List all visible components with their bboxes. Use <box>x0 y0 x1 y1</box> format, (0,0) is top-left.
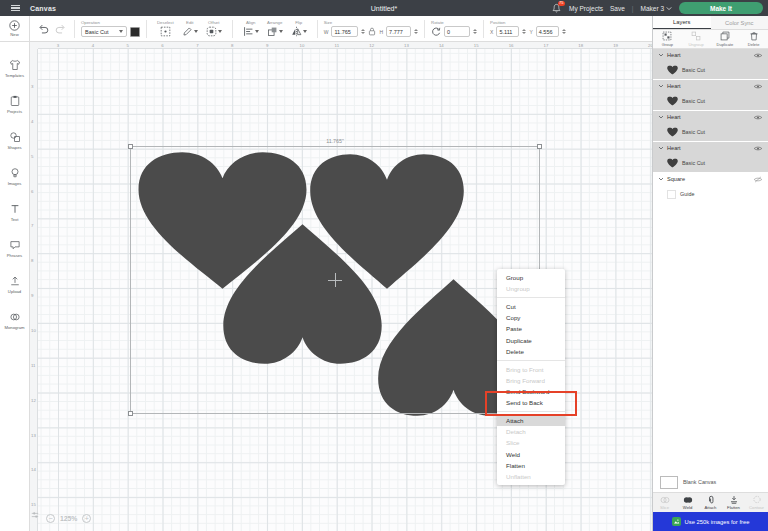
make-it-button[interactable]: Make It <box>679 2 763 14</box>
deselect-button[interactable]: Deselect <box>157 20 174 37</box>
tab-layers[interactable]: Layers <box>653 16 711 29</box>
canvas-workspace[interactable]: 34567891011121314151617181920 3456789101… <box>30 42 652 531</box>
layer-group-heart-3[interactable]: Heart Basic Cut <box>653 111 768 142</box>
flip-icon <box>291 26 302 37</box>
offset-button[interactable]: Offset <box>206 20 222 37</box>
notifications-bell-icon[interactable]: 75 <box>551 3 562 14</box>
save-link[interactable]: Save <box>610 5 625 12</box>
ruler-number: 18 <box>578 43 583 48</box>
chevron-down-icon[interactable] <box>658 177 664 181</box>
attach-icon <box>706 495 716 504</box>
visibility-eye-icon[interactable] <box>753 114 763 121</box>
templates-icon <box>9 59 21 71</box>
canvas-settings-icon[interactable] <box>31 511 39 519</box>
menu-item-cut[interactable]: Cut <box>497 301 565 312</box>
layer-group-heart-1[interactable]: Heart Basic Cut <box>653 49 768 80</box>
menu-item-delete[interactable]: Delete <box>497 346 565 357</box>
operation-select[interactable]: Basic Cut <box>81 26 127 37</box>
blank-canvas-row[interactable]: Blank Canvas <box>653 472 768 492</box>
machine-selector[interactable]: Maker 3 <box>641 5 672 12</box>
layer-heart-basic-cut[interactable]: Basic Cut <box>653 123 768 141</box>
attach-button[interactable]: Attach <box>699 493 722 512</box>
upload-icon <box>9 275 21 287</box>
duplicate-button[interactable]: Duplicate <box>711 30 740 48</box>
layer-heart-basic-cut[interactable]: Basic Cut <box>653 61 768 79</box>
layer-heart-basic-cut[interactable]: Basic Cut <box>653 92 768 110</box>
new-button[interactable]: New <box>0 16 30 42</box>
resize-handle-bottom-left[interactable] <box>128 411 133 416</box>
group-button[interactable]: Group <box>653 30 682 48</box>
rotate-input[interactable]: 0 <box>444 26 470 37</box>
undo-icon[interactable] <box>38 24 49 34</box>
visibility-eye-icon[interactable] <box>753 52 763 59</box>
height-stepper[interactable] <box>414 29 418 34</box>
sidebar-item-shapes[interactable]: Shapes <box>0 122 29 158</box>
layer-heart-basic-cut[interactable]: Basic Cut <box>653 154 768 172</box>
align-button[interactable]: Align <box>243 20 259 37</box>
width-input[interactable]: 11.765 <box>331 26 358 37</box>
weld-button[interactable]: Weld <box>676 493 699 512</box>
sidebar-item-text[interactable]: Text <box>0 194 29 230</box>
layer-group-heart-2[interactable]: Heart Basic Cut <box>653 80 768 111</box>
sidebar-item-upload[interactable]: Upload <box>0 266 29 302</box>
sidebar-item-monogram[interactable]: Monogram <box>0 302 29 338</box>
menu-item-flatten[interactable]: Flatten <box>497 460 565 471</box>
hamburger-menu-icon[interactable] <box>0 0 30 16</box>
delete-button[interactable]: Delete <box>739 30 768 48</box>
zoom-in-button[interactable]: + <box>82 514 91 523</box>
top-header-bar: Canvas Untitled* 75 My Projects Save | M… <box>0 0 768 16</box>
rotate-stepper[interactable] <box>473 29 477 34</box>
chevron-down-icon[interactable] <box>658 115 664 119</box>
menu-item-paste[interactable]: Paste <box>497 323 565 334</box>
flip-button[interactable]: Flip <box>291 20 307 37</box>
chevron-down-icon[interactable] <box>658 146 664 150</box>
zoom-controls: − 125% + <box>46 514 91 523</box>
promo-text: Use 250k images for free <box>685 519 750 525</box>
height-input[interactable]: 7.777 <box>386 26 411 37</box>
position-x-stepper[interactable] <box>522 29 526 34</box>
tab-color-sync[interactable]: Color Sync <box>711 16 768 29</box>
position-y-input[interactable]: 4.556 <box>536 26 559 37</box>
ruler-number: 11 <box>31 362 35 367</box>
flatten-button[interactable]: Flatten <box>722 493 745 512</box>
visibility-eye-hidden-icon[interactable] <box>753 176 763 183</box>
layer-square-guide[interactable]: Guide <box>653 185 768 203</box>
resize-handle-top-right[interactable] <box>537 144 542 149</box>
attach-highlight-annotation <box>485 391 577 416</box>
images-promo-banner[interactable]: Use 250k images for free <box>653 512 768 531</box>
sidebar-item-images[interactable]: Images <box>0 158 29 194</box>
position-y-stepper[interactable] <box>562 29 566 34</box>
my-projects-link[interactable]: My Projects <box>569 5 603 12</box>
zoom-out-button[interactable]: − <box>46 514 55 523</box>
offset-icon <box>206 26 217 37</box>
width-stepper[interactable] <box>361 29 365 34</box>
ruler-number: 4 <box>92 43 94 48</box>
color-swatch[interactable] <box>130 27 140 37</box>
menu-item-attach[interactable]: Attach <box>497 415 565 426</box>
chevron-down-icon[interactable] <box>658 53 664 57</box>
chevron-down-icon[interactable] <box>658 84 664 88</box>
sidebar-item-templates[interactable]: Templates <box>0 50 29 86</box>
menu-item-weld[interactable]: Weld <box>497 448 565 459</box>
redo-icon[interactable] <box>55 24 66 34</box>
chevron-down-icon <box>303 30 307 33</box>
align-icon <box>243 26 254 37</box>
blank-canvas-swatch[interactable] <box>660 476 678 489</box>
layer-group-square[interactable]: Square Guide <box>653 173 768 204</box>
edit-button[interactable]: Edit <box>182 20 198 37</box>
resize-handle-top-left[interactable] <box>128 144 133 149</box>
visibility-eye-icon[interactable] <box>753 83 763 90</box>
menu-item-copy[interactable]: Copy <box>497 312 565 323</box>
sidebar-item-projects[interactable]: Projects <box>0 86 29 122</box>
layer-group-heart-4[interactable]: Heart Basic Cut <box>653 142 768 173</box>
ruler-number: 10 <box>31 327 36 332</box>
menu-item-group[interactable]: Group <box>497 272 565 283</box>
chevron-down-icon <box>279 30 283 33</box>
arrange-button[interactable]: Arrange <box>267 20 283 37</box>
lock-icon[interactable] <box>368 27 376 36</box>
visibility-eye-icon[interactable] <box>753 145 763 152</box>
sidebar-item-phrases[interactable]: Phrases <box>0 230 29 266</box>
position-x-input[interactable]: 5.111 <box>496 26 519 37</box>
menu-item-duplicate[interactable]: Duplicate <box>497 335 565 346</box>
ruler-number: 3 <box>57 43 59 48</box>
